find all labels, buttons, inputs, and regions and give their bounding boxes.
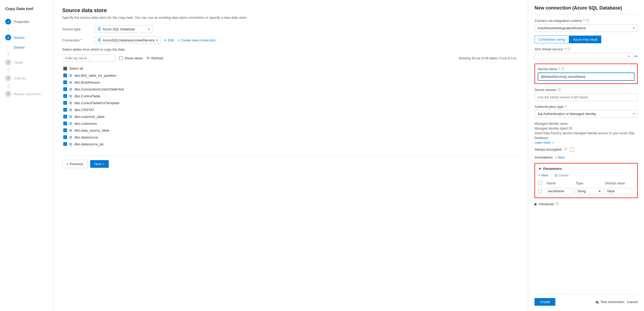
akv-linked-chevron-icon: ▾ (628, 55, 630, 58)
table-row[interactable]: ⊞ dbo.ControlTable (62, 93, 518, 99)
param-name-input[interactable] (546, 188, 574, 194)
param-type-select[interactable]: String ▾ (575, 188, 603, 194)
previous-button[interactable]: < Previous (62, 160, 88, 168)
table-row[interactable]: ⊞ dbo.BIG_table_for_partition (62, 72, 518, 79)
table-row[interactable]: ⊞ dbo.customers (62, 120, 518, 127)
sidebar-item-properties[interactable]: ✓ Properties (0, 16, 53, 27)
select-all-row[interactable]: Select all (62, 65, 518, 72)
table-row[interactable]: ⊞ dbo.ControlTableForTemplate (62, 99, 518, 106)
edit-label: Edit (168, 38, 174, 42)
secret-version-info-icon[interactable]: ⓘ (558, 88, 561, 92)
table-row[interactable]: ⊞ dbo.datasource (62, 134, 518, 141)
table-icon-8: ⊞ (69, 128, 72, 132)
param-default-input[interactable] (604, 188, 632, 194)
table-icon-2: ⊞ (69, 87, 72, 91)
akv-linked-select[interactable]: ▾ (535, 53, 633, 60)
source-type-select[interactable]: 🗄 Azure SQL Database ▾ (94, 25, 152, 33)
step-circle-settings: 4 (5, 75, 11, 81)
show-views-button[interactable]: Show views (119, 56, 143, 60)
sidebar-item-review[interactable]: 5 Review and finish (0, 88, 53, 99)
sidebar-connector-4 (8, 84, 8, 88)
tab-azure-key-vault[interactable]: Azure Key Vault (569, 36, 601, 43)
row-checkbox-4[interactable] (63, 101, 67, 105)
annotations-row: Annotations + New (535, 155, 638, 159)
tables-section-label: Select tables from which to copy the dat… (62, 47, 518, 51)
sidebar-label-target: Target (14, 60, 23, 64)
auth-type-select[interactable]: Sql Authentication or Managed Identity ▾ (535, 110, 638, 118)
secret-name-info-icon[interactable]: ⓘ (561, 67, 564, 71)
table-row[interactable]: ⊞ dbo.ConnectionControlTableTest (62, 86, 518, 93)
always-encrypted-checkbox[interactable] (570, 147, 574, 152)
table-row[interactable]: ⊞ dbo.BuildVersion (62, 79, 518, 86)
table-name-0: dbo.BIG_table_for_partition (74, 74, 116, 78)
test-conn-icon: 🔌 (595, 300, 599, 304)
show-views-checkbox[interactable] (119, 56, 123, 60)
secret-version-input[interactable] (535, 93, 638, 101)
table-icon-3: ⊞ (69, 94, 72, 98)
edit-button[interactable]: ✏ Edit (164, 38, 174, 42)
sidebar-item-source[interactable]: 2 Source (0, 32, 53, 43)
connection-select[interactable]: 🗄 AzureSQLDatabaseLinkedService ▾ (94, 36, 161, 44)
table-icon-0: ⊞ (69, 73, 72, 78)
add-param-button[interactable]: + New (538, 173, 548, 177)
params-default-col-header: Default value (605, 181, 634, 185)
next-button[interactable]: Next > (90, 160, 109, 168)
table-row[interactable]: ⊞ dbo.data_source_table (62, 127, 518, 134)
row-checkbox-8[interactable] (63, 128, 67, 132)
params-header[interactable]: ▼ Parameters (538, 167, 634, 171)
always-encrypted-info-icon[interactable]: ⓘ (564, 147, 567, 152)
row-checkbox-9[interactable] (63, 135, 67, 139)
table-name-1: dbo.BuildVersion (74, 80, 100, 84)
page-title: Source data store (62, 7, 518, 13)
connect-via-select[interactable]: AutoResolveIntegrationRuntime ▾ (535, 24, 638, 32)
learn-more-link[interactable]: Learn more (535, 141, 551, 145)
row-checkbox-6[interactable] (63, 115, 67, 118)
table-row[interactable]: ⊞ dbo.CRSTAT (62, 106, 518, 113)
row-checkbox-10[interactable] (63, 142, 67, 146)
add-annotation-button[interactable]: + New (555, 155, 565, 159)
create-button[interactable]: Create (535, 298, 555, 306)
connect-via-label: Connect via integration runtime * ⓘ (535, 18, 638, 23)
advanced-row[interactable]: ▶ Advanced ⓘ (535, 202, 638, 206)
params-name-col-header: Name (546, 181, 576, 185)
connection-actions: ✏ Edit + Create new connection (164, 38, 216, 42)
row-checkbox-0[interactable] (63, 74, 67, 77)
select-all-checkbox[interactable] (63, 67, 67, 70)
akv-edit-icon[interactable]: ✏ (634, 54, 638, 59)
table-icon-6: ⊞ (69, 114, 72, 119)
secret-name-input[interactable] (538, 73, 635, 81)
refresh-button[interactable]: ↻ Refresh (147, 56, 164, 60)
table-row[interactable]: ⊞ dbo.datasource_pk (62, 141, 518, 147)
connect-via-info-icon[interactable]: ⓘ (586, 18, 589, 23)
row-checkbox-3[interactable] (63, 94, 67, 98)
test-connection-button[interactable]: 🔌 Test connection (595, 300, 624, 304)
param-checkbox-0[interactable] (538, 189, 542, 193)
sidebar-item-target[interactable]: 3 Target (0, 57, 53, 68)
sidebar-label-review: Review and finish (14, 92, 41, 96)
akv-info-icon[interactable]: ⓘ (567, 47, 570, 51)
secret-name-section: Secret name * ⓘ (535, 64, 638, 84)
table-row[interactable]: ⊞ dbo.customer_table (62, 113, 518, 120)
source-type-label: Source type (62, 27, 91, 31)
advanced-info-icon[interactable]: ⓘ (556, 202, 559, 206)
row-checkbox-7[interactable] (63, 122, 67, 125)
plus-param-icon: + (538, 173, 540, 177)
row-checkbox-5[interactable] (63, 108, 67, 112)
filter-input[interactable] (62, 55, 115, 62)
bottom-nav: < Previous Next > (62, 155, 518, 168)
auth-type-label: Authentication type * (535, 105, 638, 109)
sidebar-item-settings[interactable]: 4 Settings (0, 73, 53, 84)
row-checkbox-1[interactable] (63, 80, 67, 84)
sidebar-item-dataset[interactable]: Dataset (0, 43, 53, 52)
secret-version-group: Secret version ⓘ (535, 88, 638, 101)
delete-param-button[interactable]: 🗑 Delete (554, 173, 569, 177)
table-name-3: dbo.ControlTable (74, 94, 100, 98)
row-checkbox-2[interactable] (63, 87, 67, 91)
params-table-header: Name Type Default value (538, 180, 634, 186)
plus-icon: + (178, 38, 180, 42)
create-new-connection-button[interactable]: + Create new connection (178, 38, 216, 42)
cancel-button[interactable]: Cancel (627, 300, 638, 304)
params-select-all-checkbox[interactable] (538, 181, 542, 185)
tab-connection-string[interactable]: Connection string (535, 36, 569, 43)
secret-name-required: * (559, 67, 560, 71)
